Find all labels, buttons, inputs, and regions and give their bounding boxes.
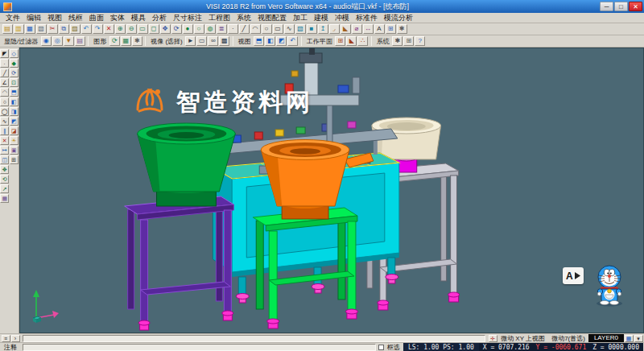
- move-icon[interactable]: ✥: [0, 165, 9, 174]
- view-xy-icon[interactable]: ⬒: [10, 88, 19, 97]
- system-options-icon[interactable]: ✱: [392, 36, 402, 46]
- draw-circle-icon[interactable]: ○: [0, 97, 9, 106]
- dynamic-rotate-icon[interactable]: ⟳: [10, 68, 19, 77]
- select-chain-icon[interactable]: ∞: [208, 36, 218, 46]
- mirror-icon[interactable]: ◫: [0, 155, 9, 164]
- rotate-view-icon[interactable]: ⟳: [171, 24, 182, 34]
- menu-item-6[interactable]: 模具: [128, 13, 149, 23]
- minimize-button[interactable]: ─: [600, 2, 613, 11]
- options-icon[interactable]: ✱: [397, 24, 407, 34]
- delete-icon[interactable]: ✕: [104, 24, 114, 34]
- view-xz-icon[interactable]: ◧: [10, 97, 19, 106]
- view-previous-icon[interactable]: ↶: [287, 36, 298, 46]
- graphics-settings-icon[interactable]: ✱: [132, 36, 142, 46]
- workplane-icon[interactable]: ⊞: [386, 24, 396, 34]
- menu-item-2[interactable]: 视图: [44, 13, 65, 23]
- draw-spline-icon[interactable]: ∿: [0, 117, 9, 126]
- workplane-xy-icon[interactable]: ⊞: [335, 36, 345, 46]
- zoom-window-icon[interactable]: ▭: [138, 24, 148, 34]
- save-file-icon[interactable]: ▦: [25, 24, 35, 34]
- redraw-icon[interactable]: ⟳: [109, 36, 120, 46]
- select-cursor-icon[interactable]: ◤: [0, 49, 9, 58]
- paste-icon[interactable]: ▨: [70, 24, 80, 34]
- menu-item-5[interactable]: 实体: [107, 13, 128, 23]
- render-image-icon[interactable]: ▣: [10, 146, 19, 155]
- select-window-icon[interactable]: ▭: [196, 36, 207, 46]
- menu-item-15[interactable]: 标准件: [353, 13, 381, 23]
- draw-ellipse-icon[interactable]: ◯: [0, 107, 9, 116]
- view-front-icon[interactable]: ◧: [265, 36, 275, 46]
- pan-icon[interactable]: ✥: [160, 24, 171, 34]
- open-file-icon[interactable]: ▥: [14, 24, 24, 34]
- toolbar-group-label[interactable]: 工作平面: [304, 37, 335, 46]
- pick-mode[interactable]: 微动7(首选): [548, 334, 588, 343]
- regenerate-icon[interactable]: ▦: [121, 36, 131, 46]
- arc-icon[interactable]: ◠: [250, 24, 261, 34]
- menu-item-14[interactable]: 冲模: [332, 13, 353, 23]
- dimension-icon[interactable]: ↔: [363, 24, 374, 34]
- box-select-checkbox[interactable]: [378, 345, 384, 350]
- snap-settings-icon[interactable]: ▾: [634, 335, 643, 342]
- zoom-in-icon[interactable]: ⊕: [115, 24, 126, 34]
- menu-item-16[interactable]: 模流分析: [381, 13, 416, 23]
- menu-item-13[interactable]: 建模: [311, 13, 332, 23]
- toolbar-group-label[interactable]: 图形: [91, 37, 109, 46]
- menu-item-4[interactable]: 曲面: [86, 13, 107, 23]
- undo-icon[interactable]: ↶: [81, 24, 92, 34]
- fullscreen-icon[interactable]: ⊞: [10, 155, 19, 164]
- extrude-icon[interactable]: ↥: [318, 24, 328, 34]
- scale-icon[interactable]: ↗: [0, 184, 9, 193]
- hidden-line-view-icon[interactable]: ◍: [205, 24, 216, 34]
- menu-item-10[interactable]: 系统: [233, 13, 254, 23]
- menu-item-11[interactable]: 视图配置: [254, 13, 290, 23]
- extend-icon[interactable]: ↦: [0, 146, 9, 155]
- title-bar[interactable]: VISI 2018 R2 from Vero Software x64 - au…: [0, 0, 644, 13]
- layer-filter-icon[interactable]: ▤: [75, 36, 85, 46]
- copy-icon[interactable]: ⧉: [59, 24, 69, 34]
- offset-icon[interactable]: ∥: [0, 126, 9, 135]
- chamfer-icon[interactable]: ◣: [341, 24, 351, 34]
- note-input[interactable]: [23, 344, 376, 351]
- draw-arc-icon[interactable]: ◠: [0, 88, 9, 97]
- command-prompt-icon[interactable]: ›: [11, 335, 20, 342]
- draw-line-icon[interactable]: ╱: [0, 68, 9, 77]
- text-icon[interactable]: A: [374, 24, 385, 34]
- light-settings-icon[interactable]: ☀: [10, 136, 19, 145]
- layers-icon[interactable]: ≣: [217, 24, 227, 34]
- new-file-icon[interactable]: ▤: [2, 24, 13, 34]
- workplane-3points-icon[interactable]: ∴: [357, 36, 368, 46]
- toolbar-group-label[interactable]: 系统: [374, 37, 392, 46]
- fillet-icon[interactable]: ◞: [329, 24, 340, 34]
- filter-icon[interactable]: ▼: [64, 36, 74, 46]
- nudge-mode[interactable]: 微动 XY 上视图: [497, 334, 548, 343]
- menu-item-0[interactable]: 文件: [2, 13, 23, 23]
- view-yz-icon[interactable]: ◨: [10, 107, 19, 116]
- calculator-icon[interactable]: ⊞: [403, 36, 414, 46]
- measure-icon[interactable]: ⌀: [352, 24, 362, 34]
- help-icon[interactable]: ?: [415, 36, 425, 46]
- menu-item-9[interactable]: 工程图: [205, 13, 233, 23]
- show-entities-icon[interactable]: ◉: [41, 36, 52, 46]
- select-all-icon[interactable]: ▩: [219, 36, 229, 46]
- point-icon[interactable]: ∙: [228, 24, 238, 34]
- print-icon[interactable]: ▧: [36, 24, 47, 34]
- menu-item-1[interactable]: 编辑: [23, 13, 44, 23]
- draw-point-icon[interactable]: ∙: [0, 59, 9, 68]
- grid-toggle-icon[interactable]: ▦: [625, 335, 634, 342]
- toolbar-group-label[interactable]: 显隐/过滤器: [2, 37, 40, 46]
- surface-icon[interactable]: ▧: [295, 24, 306, 34]
- hide-entities-icon[interactable]: ◎: [52, 36, 63, 46]
- draw-polyline-icon[interactable]: ∠: [0, 78, 9, 87]
- view-iso-icon[interactable]: ◩: [276, 36, 287, 46]
- toolbar-group-label[interactable]: 视像 (选择): [148, 37, 185, 46]
- zoom-out-icon[interactable]: ⊖: [126, 24, 137, 34]
- view-orientation-icon[interactable]: A: [563, 267, 584, 284]
- toolbar-group-label[interactable]: 视图: [236, 37, 254, 46]
- wireframe-mode-icon[interactable]: ◇: [10, 49, 19, 58]
- workplane-align-icon[interactable]: ◣: [346, 36, 357, 46]
- section-view-icon[interactable]: ◪: [10, 126, 19, 135]
- zoom-extents-icon[interactable]: ⊡: [10, 78, 19, 87]
- menu-item-8[interactable]: 尺寸标注: [170, 13, 205, 23]
- cut-icon[interactable]: ✂: [47, 24, 58, 34]
- line-icon[interactable]: ╱: [239, 24, 250, 34]
